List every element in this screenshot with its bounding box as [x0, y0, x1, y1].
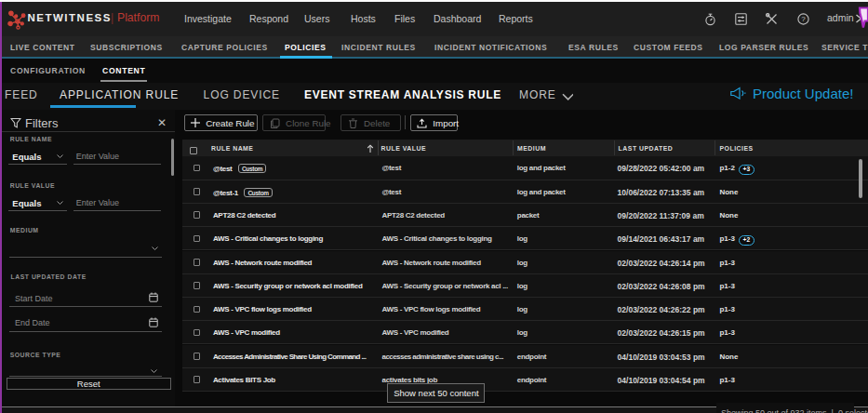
- svg-text:?: ?: [801, 15, 806, 23]
